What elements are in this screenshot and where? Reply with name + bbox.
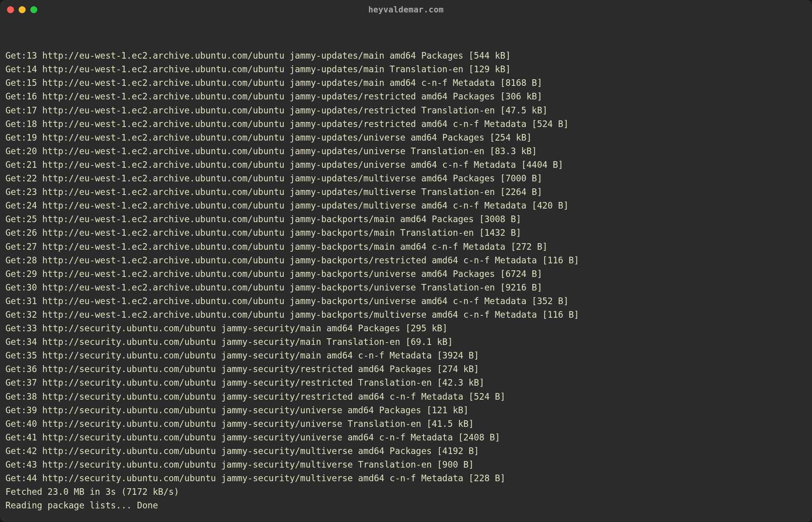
window-title: heyvaldemar.com — [368, 5, 444, 14]
terminal-line: Get:37 http://security.ubuntu.com/ubuntu… — [5, 376, 807, 390]
terminal-line: Get:30 http://eu-west-1.ec2.archive.ubun… — [5, 281, 807, 294]
maximize-icon[interactable] — [30, 6, 37, 13]
terminal-line: Fetched 23.0 MB in 3s (7172 kB/s) — [5, 485, 807, 499]
titlebar: heyvaldemar.com — [0, 0, 812, 19]
terminal-line: Get:15 http://eu-west-1.ec2.archive.ubun… — [5, 76, 807, 90]
terminal-line: Reading package lists... Done — [5, 499, 807, 512]
terminal-line: Get:22 http://eu-west-1.ec2.archive.ubun… — [5, 172, 807, 185]
terminal-line: Get:25 http://eu-west-1.ec2.archive.ubun… — [5, 212, 807, 226]
terminal-line: Get:42 http://security.ubuntu.com/ubuntu… — [5, 444, 807, 458]
terminal-line: Get:39 http://security.ubuntu.com/ubuntu… — [5, 404, 807, 417]
terminal-line: Get:21 http://eu-west-1.ec2.archive.ubun… — [5, 158, 807, 172]
terminal-window: heyvaldemar.com Get:13 http://eu-west-1.… — [0, 0, 812, 522]
terminal-line: Get:18 http://eu-west-1.ec2.archive.ubun… — [5, 117, 807, 131]
terminal-line: Get:26 http://eu-west-1.ec2.archive.ubun… — [5, 226, 807, 240]
terminal-line: Get:38 http://security.ubuntu.com/ubuntu… — [5, 390, 807, 404]
terminal-line: Get:24 http://eu-west-1.ec2.archive.ubun… — [5, 199, 807, 212]
terminal-line: Get:44 http://security.ubuntu.com/ubuntu… — [5, 472, 807, 485]
terminal-line: Get:14 http://eu-west-1.ec2.archive.ubun… — [5, 63, 807, 76]
terminal-line: Get:36 http://security.ubuntu.com/ubuntu… — [5, 362, 807, 376]
terminal-line: Get:43 http://security.ubuntu.com/ubuntu… — [5, 458, 807, 472]
terminal-line: Get:28 http://eu-west-1.ec2.archive.ubun… — [5, 254, 807, 267]
terminal-line: Get:16 http://eu-west-1.ec2.archive.ubun… — [5, 90, 807, 103]
terminal-line: Get:32 http://eu-west-1.ec2.archive.ubun… — [5, 308, 807, 322]
minimize-icon[interactable] — [19, 6, 26, 13]
terminal-line: Get:20 http://eu-west-1.ec2.archive.ubun… — [5, 144, 807, 158]
terminal-body[interactable]: Get:13 http://eu-west-1.ec2.archive.ubun… — [0, 19, 812, 522]
terminal-line: Get:34 http://security.ubuntu.com/ubuntu… — [5, 335, 807, 349]
terminal-line: Get:23 http://eu-west-1.ec2.archive.ubun… — [5, 185, 807, 199]
terminal-output: Get:13 http://eu-west-1.ec2.archive.ubun… — [5, 49, 807, 512]
terminal-line: Get:31 http://eu-west-1.ec2.archive.ubun… — [5, 294, 807, 308]
traffic-lights — [7, 6, 37, 13]
terminal-line: Get:29 http://eu-west-1.ec2.archive.ubun… — [5, 267, 807, 281]
terminal-line: Get:19 http://eu-west-1.ec2.archive.ubun… — [5, 131, 807, 144]
close-icon[interactable] — [7, 6, 14, 13]
terminal-line: Get:40 http://security.ubuntu.com/ubuntu… — [5, 417, 807, 431]
terminal-line: Get:17 http://eu-west-1.ec2.archive.ubun… — [5, 104, 807, 117]
terminal-line: Get:35 http://security.ubuntu.com/ubuntu… — [5, 349, 807, 362]
terminal-line: Get:13 http://eu-west-1.ec2.archive.ubun… — [5, 49, 807, 63]
terminal-line: Get:41 http://security.ubuntu.com/ubuntu… — [5, 431, 807, 444]
terminal-line: Get:33 http://security.ubuntu.com/ubuntu… — [5, 322, 807, 335]
terminal-line: Get:27 http://eu-west-1.ec2.archive.ubun… — [5, 240, 807, 254]
